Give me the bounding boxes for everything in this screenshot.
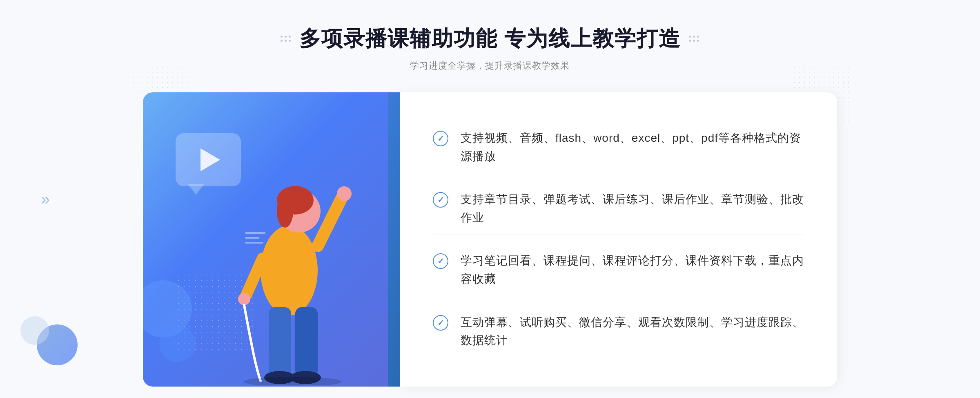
page-title: 多项录播课辅助功能 专为线上教学打造 — [299, 25, 681, 53]
feature-item-1: 支持视频、音频、flash、word、excel、ppt、pdf等各种格式的资源… — [433, 122, 804, 174]
page-container: » 多项录播课辅助功能 专为线上教学打造 学习进度全掌握，提升录播课教学效果 — [0, 0, 980, 398]
check-icon-4 — [433, 315, 448, 331]
content-area: 支持视频、音频、flash、word、excel、ppt、pdf等各种格式的资源… — [143, 92, 837, 387]
feature-item-4: 互动弹幕、试听购买、微信分享、观看次数限制、学习进度跟踪、数据统计 — [433, 306, 804, 358]
svg-point-3 — [277, 195, 293, 228]
feature-item-2: 支持章节目录、弹题考试、课后练习、课后作业、章节测验、批改作业 — [433, 183, 804, 235]
feature-text-1: 支持视频、音频、flash、word、excel、ppt、pdf等各种格式的资源… — [461, 129, 804, 166]
svg-point-7 — [238, 293, 250, 305]
svg-point-0 — [261, 226, 318, 315]
svg-line-4 — [318, 197, 342, 246]
svg-rect-8 — [269, 307, 291, 377]
person-figure — [224, 148, 363, 387]
svg-point-12 — [243, 377, 341, 385]
feature-item-3: 学习笔记回看、课程提问、课程评论打分、课件资料下载，重点内容收藏 — [433, 244, 804, 296]
illus-shape-circle-2 — [159, 325, 196, 362]
title-dots-left — [281, 36, 291, 42]
check-icon-1 — [433, 131, 448, 146]
check-icon-3 — [433, 253, 448, 269]
title-dots-right — [689, 36, 699, 42]
play-icon — [200, 148, 220, 171]
check-icon-2 — [433, 192, 448, 208]
features-card: 支持视频、音频、flash、word、excel、ppt、pdf等各种格式的资源… — [400, 92, 837, 387]
page-subtitle: 学习进度全掌握，提升录播课教学效果 — [281, 60, 699, 72]
illustration-panel — [143, 92, 388, 387]
deco-circle-light — [20, 316, 49, 345]
feature-text-2: 支持章节目录、弹题考试、课后练习、课后作业、章节测验、批改作业 — [461, 190, 804, 227]
header-section: 多项录播课辅助功能 专为线上教学打造 学习进度全掌握，提升录播课教学效果 — [281, 25, 699, 72]
title-row: 多项录播课辅助功能 专为线上教学打造 — [281, 25, 699, 53]
svg-point-5 — [337, 186, 352, 201]
accent-bar — [388, 92, 400, 387]
svg-rect-9 — [295, 307, 318, 377]
feature-text-4: 互动弹幕、试听购买、微信分享、观看次数限制、学习进度跟踪、数据统计 — [461, 313, 804, 350]
chevron-left-icon: » — [41, 190, 46, 208]
svg-line-6 — [246, 258, 263, 295]
feature-text-3: 学习笔记回看、课程提问、课程评论打分、课件资料下载，重点内容收藏 — [461, 252, 804, 288]
